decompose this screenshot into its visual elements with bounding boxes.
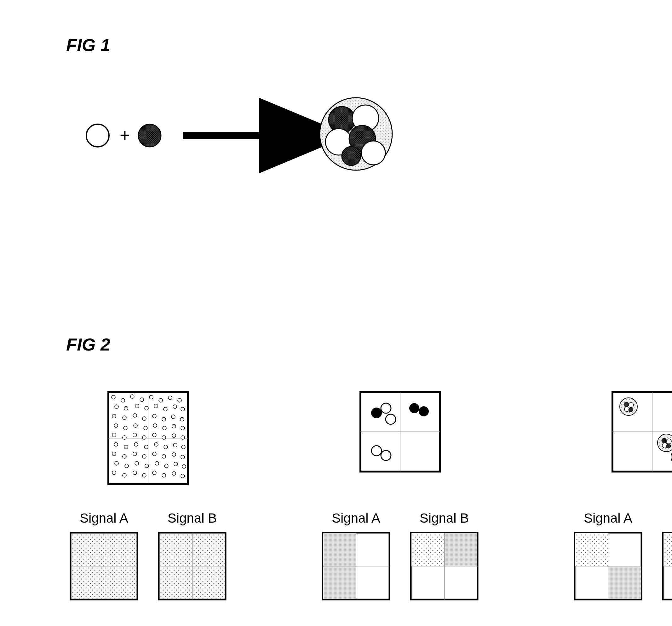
svg-point-11 bbox=[342, 146, 361, 165]
svg-point-78 bbox=[182, 465, 186, 468]
svg-point-29 bbox=[173, 405, 177, 409]
svg-point-84 bbox=[162, 473, 166, 477]
svg-point-27 bbox=[154, 404, 158, 408]
svg-rect-145 bbox=[664, 533, 672, 566]
svg-point-38 bbox=[180, 417, 184, 421]
svg-point-60 bbox=[164, 445, 168, 449]
svg-point-81 bbox=[133, 471, 137, 475]
middle-signal-a-label: Signal A bbox=[332, 511, 380, 526]
svg-point-55 bbox=[114, 443, 118, 446]
svg-point-48 bbox=[123, 436, 126, 439]
middle-signal-b-label: Signal B bbox=[419, 511, 469, 526]
svg-point-40 bbox=[123, 426, 127, 430]
svg-point-103 bbox=[419, 406, 429, 416]
svg-point-31 bbox=[112, 414, 116, 418]
panel-dense bbox=[107, 391, 189, 485]
right-signal-a-label: Signal A bbox=[584, 511, 632, 526]
svg-point-30 bbox=[181, 407, 185, 411]
left-signal-a-label: Signal A bbox=[80, 511, 128, 526]
svg-point-124 bbox=[620, 398, 637, 415]
svg-point-54 bbox=[181, 436, 185, 439]
left-signal-a-grid bbox=[69, 531, 139, 601]
svg-point-75 bbox=[155, 461, 159, 465]
svg-point-36 bbox=[162, 417, 166, 421]
svg-point-62 bbox=[182, 445, 185, 449]
composite-particle bbox=[320, 98, 392, 170]
svg-point-37 bbox=[171, 415, 175, 419]
svg-point-24 bbox=[124, 406, 128, 410]
svg-point-35 bbox=[152, 414, 156, 418]
svg-point-28 bbox=[164, 407, 167, 411]
fig1-label: FIG 1 bbox=[66, 35, 110, 55]
left-signal-b-label: Signal B bbox=[168, 511, 217, 526]
svg-point-15 bbox=[112, 395, 115, 399]
svg-point-17 bbox=[130, 395, 134, 398]
svg-point-59 bbox=[154, 443, 158, 446]
svg-point-21 bbox=[168, 396, 172, 400]
svg-point-69 bbox=[172, 453, 176, 457]
svg-point-83 bbox=[152, 471, 156, 475]
svg-point-51 bbox=[152, 433, 156, 437]
svg-point-100 bbox=[381, 403, 391, 413]
svg-point-33 bbox=[133, 414, 137, 417]
svg-point-43 bbox=[153, 424, 157, 427]
svg-point-73 bbox=[135, 461, 139, 465]
fig2-label: FIG 2 bbox=[66, 334, 110, 355]
svg-point-101 bbox=[386, 414, 396, 424]
svg-point-39 bbox=[114, 424, 118, 427]
svg-point-19 bbox=[149, 395, 153, 399]
svg-point-67 bbox=[152, 452, 156, 456]
svg-point-20 bbox=[159, 398, 163, 402]
svg-point-49 bbox=[133, 433, 137, 437]
svg-point-56 bbox=[124, 445, 128, 449]
svg-point-61 bbox=[173, 443, 177, 447]
svg-rect-141 bbox=[608, 566, 641, 599]
svg-point-79 bbox=[112, 471, 116, 475]
left-signal-b-grid bbox=[158, 531, 227, 601]
fig2-diagram: Signal A bbox=[69, 391, 611, 601]
svg-point-77 bbox=[174, 462, 178, 466]
svg-point-130 bbox=[662, 438, 667, 443]
page: FIG 1 + bbox=[0, 0, 672, 626]
right-signal-a-grid bbox=[573, 531, 643, 601]
svg-rect-112 bbox=[323, 533, 356, 566]
svg-point-76 bbox=[165, 464, 168, 468]
svg-point-22 bbox=[178, 398, 182, 402]
svg-point-34 bbox=[142, 417, 146, 420]
white-circle bbox=[86, 124, 109, 147]
svg-point-44 bbox=[163, 426, 166, 430]
middle-signal-b-grid bbox=[410, 531, 479, 601]
svg-point-32 bbox=[123, 416, 126, 420]
svg-point-53 bbox=[172, 434, 176, 438]
svg-point-126 bbox=[628, 402, 633, 408]
svg-point-16 bbox=[121, 398, 125, 402]
svg-point-70 bbox=[181, 455, 185, 459]
svg-point-46 bbox=[181, 426, 185, 430]
svg-point-86 bbox=[181, 474, 185, 478]
svg-point-42 bbox=[144, 426, 147, 430]
svg-point-80 bbox=[123, 473, 126, 477]
svg-point-25 bbox=[135, 404, 139, 408]
svg-point-45 bbox=[172, 424, 176, 428]
fig1-diagram: + bbox=[79, 88, 425, 183]
svg-point-41 bbox=[134, 424, 137, 427]
svg-rect-113 bbox=[323, 566, 356, 599]
fig2-col-right: Signal A Signal B bbox=[573, 391, 672, 601]
fig2-col-left: Signal A bbox=[69, 391, 227, 601]
svg-point-10 bbox=[361, 141, 385, 165]
svg-point-104 bbox=[371, 446, 382, 456]
svg-point-65 bbox=[133, 452, 137, 456]
svg-point-125 bbox=[624, 402, 629, 407]
svg-point-82 bbox=[142, 473, 146, 477]
svg-point-23 bbox=[115, 405, 118, 409]
svg-point-50 bbox=[142, 436, 146, 439]
svg-point-66 bbox=[142, 455, 146, 458]
panel-composite bbox=[611, 391, 672, 473]
svg-rect-118 bbox=[444, 533, 477, 566]
svg-point-85 bbox=[172, 471, 176, 475]
plus-sign: + bbox=[120, 125, 130, 145]
svg-point-128 bbox=[628, 408, 633, 412]
fig2-col-middle: Signal A bbox=[321, 391, 479, 601]
svg-point-105 bbox=[381, 450, 391, 461]
svg-point-74 bbox=[145, 464, 149, 468]
